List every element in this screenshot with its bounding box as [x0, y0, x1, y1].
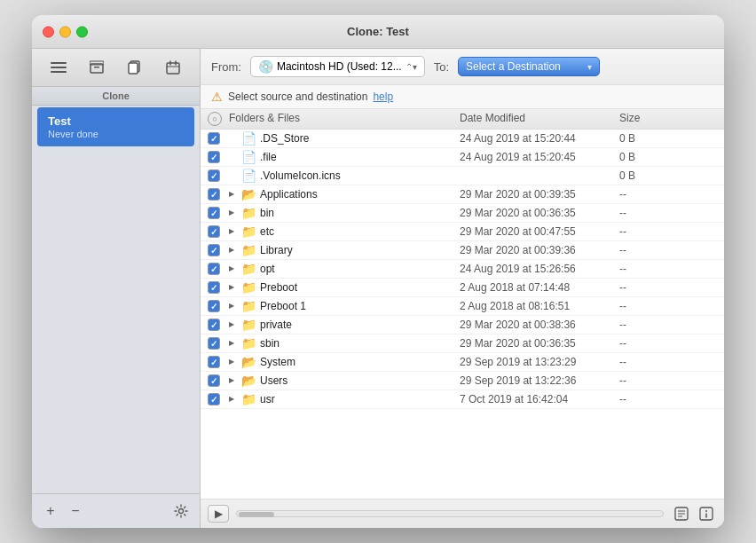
- row-checkbox[interactable]: [208, 132, 220, 145]
- to-dropdown-value: Select a Destination: [466, 60, 584, 73]
- row-checkbox[interactable]: [208, 225, 220, 238]
- window-title: Clone: Test: [347, 25, 409, 38]
- to-dropdown[interactable]: Select a Destination ▾: [458, 57, 600, 76]
- notes-button[interactable]: [671, 503, 692, 524]
- file-date: 29 Sep 2019 at 13:23:29: [460, 356, 619, 368]
- table-row: ▶📂Applications29 Mar 2020 at 00:39:35--: [201, 185, 724, 204]
- expand-arrow-icon[interactable]: ▶: [229, 339, 238, 348]
- table-row: 📄.VolumeIcon.icns0 B: [201, 167, 724, 185]
- remove-item-button[interactable]: −: [66, 501, 85, 521]
- expand-arrow-icon[interactable]: ▶: [229, 209, 238, 217]
- sidebar-btn-3[interactable]: [122, 56, 148, 79]
- expand-arrow-icon[interactable]: ▶: [229, 283, 238, 292]
- file-name-cell: ▶📁sbin: [229, 336, 460, 350]
- table-row: ▶📁private29 Mar 2020 at 00:38:36--: [201, 316, 724, 334]
- row-checkbox[interactable]: [208, 151, 220, 163]
- expand-arrow-icon[interactable]: ▶: [229, 190, 238, 199]
- file-type-icon: 📂: [241, 187, 256, 201]
- col-name-header: Folders & Files: [229, 112, 460, 126]
- expand-arrow-icon[interactable]: ▶: [229, 395, 238, 404]
- row-checkbox[interactable]: [208, 356, 220, 368]
- expand-arrow-icon[interactable]: ▶: [229, 246, 238, 255]
- file-size: --: [619, 319, 690, 331]
- maximize-button[interactable]: [76, 26, 88, 37]
- file-type-icon: 📄: [241, 169, 256, 183]
- sidebar-btn-2[interactable]: [83, 56, 110, 79]
- file-size: 0 B: [619, 169, 690, 182]
- settings-button[interactable]: [171, 501, 191, 521]
- from-chevron-icon: ⌃▾: [406, 62, 417, 72]
- disk-icon: 💿: [258, 59, 273, 74]
- main-window: Clone: Test: [32, 15, 724, 528]
- row-checkbox[interactable]: [208, 263, 220, 275]
- table-row: ▶📁Library29 Mar 2020 at 00:39:36--: [201, 241, 724, 260]
- row-checkbox[interactable]: [208, 169, 220, 182]
- row-checkbox[interactable]: [208, 207, 220, 219]
- row-checkbox[interactable]: [208, 337, 220, 350]
- file-date: 2 Aug 2018 at 07:14:48: [460, 281, 619, 294]
- row-checkbox[interactable]: [208, 393, 220, 405]
- svg-rect-2: [51, 71, 67, 73]
- exclamation-icon: [698, 506, 714, 522]
- file-date: 29 Mar 2020 at 00:36:35: [460, 337, 619, 350]
- svg-rect-4: [90, 61, 104, 65]
- file-name: bin: [260, 207, 274, 219]
- table-row: ▶📁Preboot2 Aug 2018 at 07:14:48--: [201, 279, 724, 297]
- row-checkbox[interactable]: [208, 281, 220, 294]
- file-type-icon: 📁: [241, 299, 256, 313]
- file-name-cell: ▶📁Preboot 1: [229, 299, 460, 313]
- traffic-lights: [43, 26, 88, 37]
- expand-arrow-icon[interactable]: ▶: [229, 302, 238, 311]
- file-date: 24 Aug 2019 at 15:20:45: [460, 151, 619, 163]
- sidebar-btn-1[interactable]: [45, 56, 72, 79]
- scrollbar[interactable]: [236, 510, 664, 517]
- file-name-cell: ▶📂Users: [229, 374, 460, 388]
- expand-arrow-icon[interactable]: ▶: [229, 320, 238, 329]
- file-name: private: [260, 319, 292, 331]
- row-checkbox[interactable]: [208, 300, 220, 312]
- row-checkbox[interactable]: [208, 244, 220, 256]
- row-checkbox[interactable]: [208, 188, 220, 201]
- col-date-header: Date Modified: [460, 112, 619, 126]
- file-name-cell: 📄.file: [229, 150, 460, 164]
- main-area: From: 💿 Macintosh HD (Used: 12... ⌃▾ To:…: [201, 49, 724, 528]
- expand-arrow-icon[interactable]: ▶: [229, 376, 238, 385]
- file-type-icon: 📂: [241, 374, 256, 388]
- table-row: 📄.file24 Aug 2019 at 15:20:450 B: [201, 148, 724, 167]
- row-checkbox[interactable]: [208, 319, 220, 331]
- sidebar-btn-4[interactable]: [160, 56, 186, 79]
- minimize-button[interactable]: [59, 26, 71, 37]
- info-bar: ⚠ Select source and destination help: [201, 85, 724, 109]
- file-list-header: ○ Folders & Files Date Modified Size: [201, 109, 724, 130]
- row-checkbox[interactable]: [208, 374, 220, 387]
- to-chevron-icon: ▾: [587, 62, 592, 72]
- from-dropdown[interactable]: 💿 Macintosh HD (Used: 12... ⌃▾: [250, 56, 425, 77]
- main-toolbar: From: 💿 Macintosh HD (Used: 12... ⌃▾ To:…: [201, 49, 724, 85]
- file-date: 7 Oct 2019 at 16:42:04: [460, 393, 619, 405]
- file-name: .VolumeIcon.icns: [260, 169, 341, 182]
- file-size: --: [619, 263, 690, 275]
- col-info-header: [690, 112, 717, 126]
- file-list-footer: ▶: [201, 499, 724, 528]
- table-row: ▶📁etc29 Mar 2020 at 00:47:55--: [201, 223, 724, 241]
- sidebar-item-test[interactable]: Test Never done: [37, 107, 194, 146]
- sidebar-item-name: Test: [48, 114, 184, 128]
- help-link[interactable]: help: [373, 90, 393, 103]
- sidebar-toolbar: [32, 49, 200, 87]
- file-size: --: [619, 225, 690, 238]
- file-size: 0 B: [619, 151, 690, 163]
- play-button[interactable]: ▶: [208, 505, 229, 523]
- info-button[interactable]: [696, 503, 717, 524]
- expand-arrow-icon[interactable]: ▶: [229, 264, 238, 273]
- add-item-button[interactable]: +: [41, 501, 60, 521]
- table-row: ▶📂System29 Sep 2019 at 13:23:29--: [201, 353, 724, 372]
- file-date: 29 Mar 2020 at 00:38:36: [460, 319, 619, 331]
- file-date: 29 Mar 2020 at 00:36:35: [460, 207, 619, 219]
- file-name: Preboot 1: [260, 300, 306, 312]
- svg-rect-7: [129, 63, 138, 74]
- expand-arrow-icon[interactable]: ▶: [229, 358, 238, 366]
- file-name-cell: ▶📂System: [229, 355, 460, 369]
- expand-arrow-icon[interactable]: ▶: [229, 227, 238, 236]
- close-button[interactable]: [43, 26, 54, 37]
- info-message: Select source and destination: [228, 90, 367, 103]
